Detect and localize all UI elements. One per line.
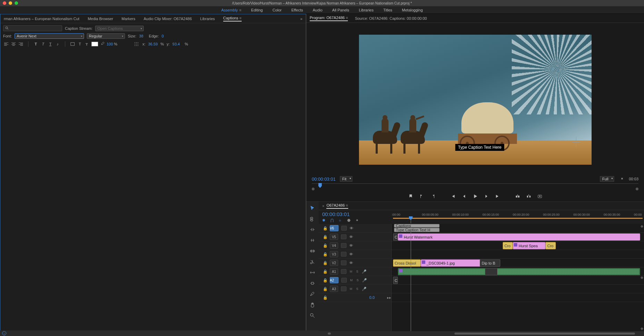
workspace-titles[interactable]: Titles	[383, 8, 392, 12]
timeline-timecode[interactable]: 00:00:03:01	[322, 211, 392, 217]
clip-transition[interactable]: Cro	[503, 242, 513, 249]
sync-lock-toggle[interactable]	[341, 260, 346, 265]
sync-lock-toggle[interactable]	[341, 278, 347, 283]
track-select-forward-tool[interactable]	[309, 215, 316, 222]
font-style-select[interactable]: Regular▾	[87, 33, 125, 39]
minimize-window-button[interactable]	[9, 1, 12, 5]
mic-icon[interactable]: 🎤	[362, 287, 367, 291]
maximize-window-button[interactable]	[15, 1, 18, 5]
tab-audio-mixer[interactable]: Audio Clip Mixer: O67A2486	[144, 17, 192, 21]
workspace-metalogging[interactable]: Metalogging	[402, 8, 423, 12]
lock-icon[interactable]: 🔒	[323, 243, 327, 248]
add-marker-button[interactable]	[408, 193, 414, 199]
clip-transition[interactable]: Cro	[545, 242, 555, 249]
opacity-value[interactable]: 100	[107, 42, 113, 46]
eyedropper-button[interactable]	[99, 41, 106, 47]
sync-lock-toggle[interactable]	[341, 243, 346, 248]
track-target-v5[interactable]: V5	[330, 234, 338, 240]
timeline-content[interactable]: Captions Type Caption Text H Cr Hurst Wa…	[392, 224, 644, 331]
solo-button[interactable]: S	[356, 287, 359, 291]
tab-libraries[interactable]: Libraries	[200, 17, 215, 21]
underline-button[interactable]: T	[47, 41, 53, 47]
zoom-thumb[interactable]	[328, 333, 331, 335]
linked-selection-icon[interactable]: ⟐	[339, 218, 344, 223]
track-header-a1[interactable]: 🔒 A1 M S 🎤	[319, 267, 391, 276]
overflow-chevron-icon[interactable]: »	[300, 17, 302, 21]
clip-audio-transition[interactable]	[485, 268, 497, 275]
settings-icon[interactable]	[618, 176, 625, 182]
in-point-handle[interactable]	[312, 188, 315, 190]
search-input[interactable]	[3, 25, 62, 31]
lock-icon[interactable]: 🔒	[323, 261, 327, 265]
out-point-handle[interactable]	[636, 188, 638, 190]
zoom-tool[interactable]	[309, 312, 316, 319]
x-value[interactable]: 36.59	[148, 42, 158, 46]
track-header-a3[interactable]: 🔒 A3 M S 🎤	[319, 285, 391, 293]
track-target-a2[interactable]: A2	[330, 277, 338, 283]
export-frame-button[interactable]	[537, 193, 543, 199]
rolling-edit-tool[interactable]	[309, 237, 316, 244]
track-target-a1[interactable]: A1	[330, 268, 338, 275]
font-family-select[interactable]: Avenir Next▾	[15, 33, 84, 39]
monitor-timecode[interactable]: 00:00:03:01	[312, 176, 336, 182]
vertical-scroll[interactable]	[640, 224, 644, 331]
monitor-time-ruler[interactable]	[312, 183, 638, 191]
clip-dip-to-black[interactable]: Dip to B	[480, 259, 500, 267]
program-monitor[interactable]: Type Caption Text Here	[359, 35, 592, 165]
pen-tool[interactable]	[309, 291, 316, 298]
tab-project[interactable]: rman Afrikaners – European Nationalism C…	[4, 17, 80, 21]
workspace-allpanels[interactable]: All Panels	[332, 8, 349, 12]
bold-button[interactable]: T	[33, 41, 39, 47]
align-left-button[interactable]	[3, 41, 9, 47]
lock-icon[interactable]: 🔒	[323, 269, 327, 274]
lock-icon[interactable]: 🔒	[323, 252, 327, 257]
go-to-next-icon[interactable]: ▸▸	[387, 295, 391, 300]
clip-speaker[interactable]: Hurst Spea	[513, 242, 546, 249]
lock-icon[interactable]: 🔒	[323, 295, 327, 300]
align-center-button[interactable]	[10, 41, 17, 47]
go-to-out-button[interactable]	[494, 193, 501, 199]
sync-lock-toggle[interactable]	[341, 286, 346, 291]
mark-out-button[interactable]	[430, 193, 436, 199]
mic-icon[interactable]: 🎤	[362, 269, 367, 274]
track-header-a2[interactable]: 🔒 A2 M S 🎤	[319, 276, 391, 285]
y-value[interactable]: 93.4	[173, 42, 180, 46]
tab-program-monitor[interactable]: Program: O67A2486 ≡	[310, 16, 348, 21]
clip-watermark[interactable]: Hurst Watermark	[398, 233, 640, 241]
lock-icon[interactable]: 🔒	[323, 287, 327, 291]
eye-icon[interactable]: 👁	[349, 243, 353, 248]
play-button[interactable]	[472, 193, 478, 199]
magnet-icon[interactable]: ⋂	[331, 218, 335, 223]
clip-audio-a1[interactable]	[398, 268, 640, 275]
track-target-v2[interactable]: V2	[330, 260, 338, 266]
eye-icon[interactable]: 👁	[349, 261, 353, 265]
slip-tool[interactable]	[309, 269, 316, 276]
resolution-select[interactable]: Full▾	[600, 176, 614, 182]
marker-icon[interactable]: ⬣	[347, 218, 352, 223]
mute-button[interactable]: M	[349, 270, 353, 273]
zoom-select[interactable]: Fit▾	[340, 176, 352, 182]
hand-tool[interactable]	[309, 301, 316, 308]
italic-button[interactable]: T	[40, 41, 46, 47]
selection-tool[interactable]	[309, 205, 316, 212]
timeline-ruler[interactable]: :00:00 00:00:05:00 00:00:10:00 00:00:15:…	[392, 210, 644, 224]
caption-position-handle[interactable]	[572, 137, 579, 151]
mic-icon[interactable]: 🎤	[362, 278, 367, 283]
extract-button[interactable]	[526, 193, 532, 199]
clip-caption-text[interactable]: Type Caption Text H	[394, 228, 440, 232]
track-header-v2[interactable]: 🔒 V2 👁	[319, 259, 391, 267]
work-area-bar[interactable]	[393, 218, 643, 219]
tab-media-browser[interactable]: Media Browser	[88, 17, 113, 21]
track-header-v3[interactable]: 🔒 V3 👁	[319, 250, 391, 259]
tab-captions[interactable]: Captions ≡	[223, 16, 242, 21]
eye-icon[interactable]: 👁	[349, 252, 353, 256]
step-forward-button[interactable]	[483, 193, 490, 199]
music-note-button[interactable]: ♪	[55, 41, 61, 47]
outline-button[interactable]: T	[84, 41, 90, 47]
h-scroll-thumb[interactable]	[454, 333, 635, 335]
info-icon[interactable]: i	[2, 331, 6, 335]
timeline-playhead-line[interactable]	[411, 224, 411, 331]
clip-cross-dissolve[interactable]: Cross Dissol	[393, 259, 421, 267]
mark-in-button[interactable]	[419, 193, 425, 199]
position-grid-button[interactable]	[133, 41, 140, 47]
